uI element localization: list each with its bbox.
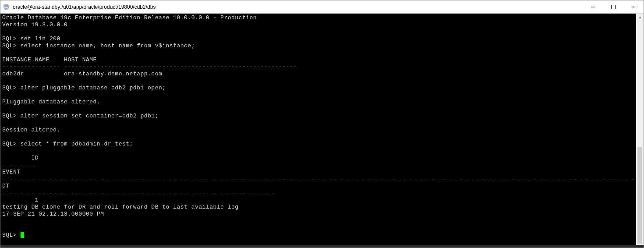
terminal-output[interactable]: Oracle Database 19c Enterprise Edition R… — [0, 14, 636, 245]
putty-icon — [3, 4, 10, 11]
scrollbar-arrow-up-icon[interactable] — [636, 14, 644, 21]
svg-marker-9 — [639, 17, 641, 18]
minimize-button[interactable] — [583, 0, 603, 13]
scrollbar-track[interactable] — [636, 21, 644, 245]
terminal-cursor — [21, 232, 24, 238]
scrollbar-thumb[interactable] — [637, 147, 642, 244]
svg-rect-1 — [4, 5, 8, 7]
maximize-button[interactable] — [603, 0, 623, 13]
svg-rect-6 — [612, 5, 616, 9]
taskbar-strip — [0, 245, 644, 248]
window-controls — [583, 0, 644, 13]
titlebar[interactable]: oracle@ora-standby:/u01/app/oracle/produ… — [0, 0, 644, 14]
terminal-window: oracle@ora-standby:/u01/app/oracle/produ… — [0, 0, 644, 248]
vertical-scrollbar[interactable] — [636, 14, 644, 245]
terminal-container: Oracle Database 19c Enterprise Edition R… — [0, 14, 644, 245]
window-title: oracle@ora-standby:/u01/app/oracle/produ… — [13, 4, 583, 10]
close-button[interactable] — [623, 0, 644, 13]
